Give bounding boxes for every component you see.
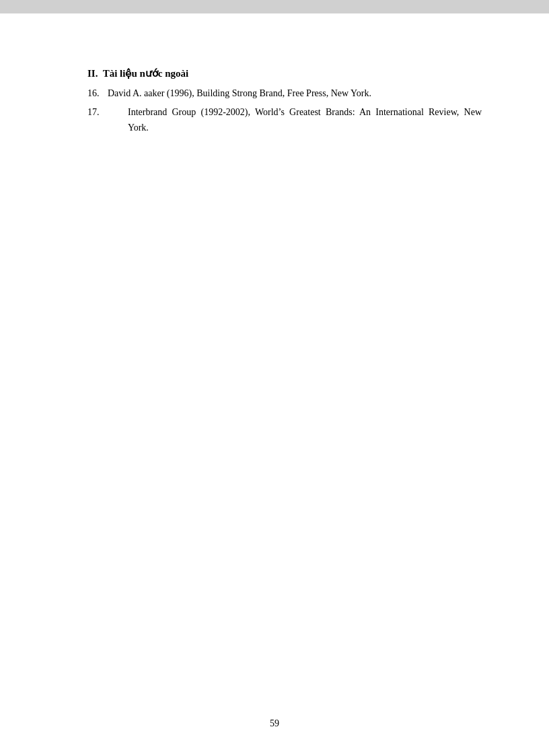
ref-text-16: David A. aaker (1996), Building Strong B… — [108, 86, 482, 101]
list-item: 16. David A. aaker (1996), Building Stro… — [87, 86, 482, 101]
list-item: 17. Interbrand Group (1992-2002), World’… — [87, 105, 482, 135]
ref-text-17: Interbrand Group (1992-2002), World’s Gr… — [108, 105, 482, 135]
ref-number-16: 16. — [87, 86, 108, 101]
references-list: 16. David A. aaker (1996), Building Stro… — [87, 86, 482, 135]
ref-number-17: 17. — [87, 105, 108, 135]
section-heading: II. Tài liệu nước ngoài — [87, 67, 482, 79]
document-page: II. Tài liệu nước ngoài 16. David A. aak… — [0, 13, 549, 756]
page-number: 59 — [270, 718, 279, 729]
